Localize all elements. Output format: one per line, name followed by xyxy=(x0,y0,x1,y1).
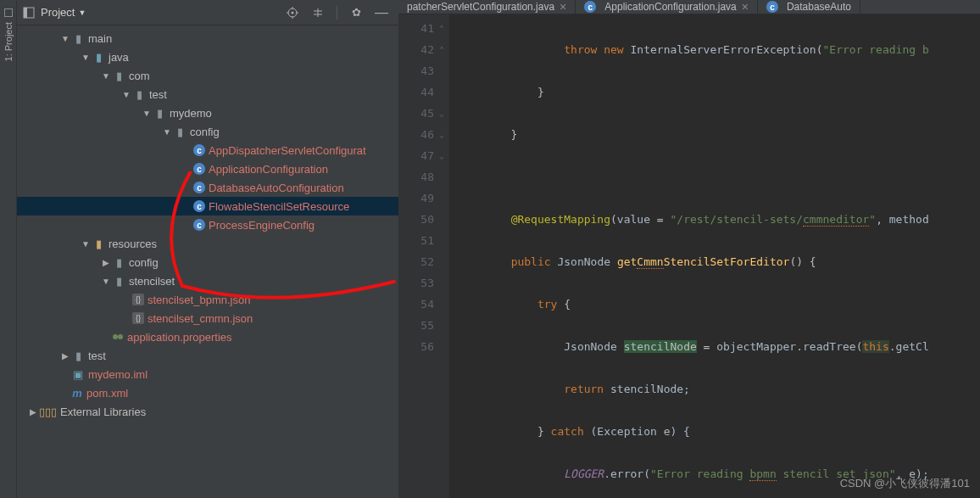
code-editor[interactable]: 41 42 43 44 45 46 47 48 49 50 51 52 53 5… xyxy=(398,14,980,498)
tree-folder-test[interactable]: ▶▮test xyxy=(17,346,398,365)
project-tool-label[interactable]: 1: Project xyxy=(3,22,14,61)
tree-folder-resources[interactable]: ▼▮resources xyxy=(17,234,398,253)
line-number: 54 xyxy=(398,294,434,315)
tree-file-iml[interactable]: ▣mydemo.iml xyxy=(17,365,398,383)
tree-package-com[interactable]: ▼▮com xyxy=(17,66,398,85)
tab-dispatcher[interactable]: patcherServletConfiguration.java× xyxy=(398,0,576,14)
chevron-down-icon: ▼ xyxy=(80,53,92,62)
gear-icon[interactable]: ✿ xyxy=(349,6,363,20)
node-label: test xyxy=(149,88,167,101)
tree-file-pom[interactable]: mpom.xml xyxy=(17,383,398,402)
tree-class-dbconfig[interactable]: cDatabaseAutoConfiguration xyxy=(17,178,398,197)
node-label: stencilset_cmmn.json xyxy=(148,312,253,325)
node-label: com xyxy=(129,70,150,82)
folder-icon: ▮ xyxy=(112,256,125,268)
code-area[interactable]: throw new InternalServerErrorException("… xyxy=(449,14,980,498)
hide-icon[interactable]: — xyxy=(375,6,388,20)
class-icon: c xyxy=(584,1,596,13)
libraries-icon: ▯▯▯ xyxy=(39,406,57,418)
code-line: } catch (Exception e) { xyxy=(458,421,980,442)
chevron-down-icon: ▼ xyxy=(161,127,173,137)
fold-start-icon[interactable]: ⌄ xyxy=(436,145,448,166)
tree-file-cmmn-json[interactable]: {}stencilset_cmmn.json xyxy=(17,309,398,327)
class-icon: c xyxy=(193,163,205,175)
package-icon: ▮ xyxy=(112,70,125,81)
tree-file-bpmn-json[interactable]: {}stencilset_bpmn.json xyxy=(17,290,398,309)
node-label: pom.xml xyxy=(86,387,128,400)
code-line xyxy=(458,166,980,187)
fold-start-icon[interactable]: ⌄ xyxy=(436,103,448,124)
node-label: AppDispatcherServletConfigurat xyxy=(209,144,366,157)
tree-folder-stencilset[interactable]: ▼▮stencilset xyxy=(17,271,398,290)
locate-icon[interactable] xyxy=(286,6,299,20)
tree-class-appconfig[interactable]: cApplicationConfiguration xyxy=(17,159,398,178)
fold-end-icon[interactable]: ⌃ xyxy=(436,39,448,60)
tree-class-procengine[interactable]: cProcessEngineConfig xyxy=(17,215,398,234)
tree-folder-res-config[interactable]: ▶▮config xyxy=(17,253,398,271)
editor-tabs: patcherServletConfiguration.java× cAppli… xyxy=(398,0,980,14)
tree-class-stencilresource[interactable]: cFlowableStencilSetResource xyxy=(17,197,398,215)
chevron-down-icon: ▼ xyxy=(120,90,132,99)
collapse-icon[interactable] xyxy=(311,6,325,20)
code-line: JsonNode stencilNode = objectMapper.read… xyxy=(458,336,980,357)
node-label: FlowableStencilSetResource xyxy=(209,200,349,213)
project-dropdown[interactable]: Project ▼ xyxy=(41,6,86,19)
node-label: stencilset_bpmn.json xyxy=(148,294,250,306)
fold-end-icon[interactable]: ⌃ xyxy=(436,18,448,39)
tree-folder-java[interactable]: ▼▮java xyxy=(17,48,398,66)
folder-icon: ▮ xyxy=(112,275,125,287)
tree-file-appprops[interactable]: application.properties xyxy=(17,327,398,346)
chevron-down-icon: ▼ xyxy=(80,239,92,249)
tool-marker-icon xyxy=(4,8,13,17)
tab-label: DatabaseAuto xyxy=(787,1,851,13)
class-icon: c xyxy=(193,200,205,212)
fold-start-icon[interactable]: ⌄ xyxy=(436,124,448,145)
tab-label: patcherServletConfiguration.java xyxy=(407,1,554,13)
node-label: main xyxy=(88,32,112,45)
fold-column[interactable]: ⌃ ⌃ ⌄ ⌄ ⌄ xyxy=(436,18,448,166)
line-number: 44 xyxy=(398,81,434,103)
folder-icon: ▮ xyxy=(71,350,85,361)
chevron-down-icon: ▼ xyxy=(100,277,112,286)
project-view-icon[interactable] xyxy=(22,6,36,20)
chevron-right-icon: ▶ xyxy=(59,351,71,361)
tool-window-bar[interactable]: 1: Project xyxy=(0,0,17,498)
tab-label: ApplicationConfiguration.java xyxy=(604,1,736,13)
svg-point-11 xyxy=(113,334,118,339)
node-label: mydemo.iml xyxy=(88,368,148,381)
close-icon[interactable]: × xyxy=(742,0,749,14)
line-number: 53 xyxy=(398,272,434,294)
line-number: 43 xyxy=(398,60,434,81)
gutter[interactable]: 41 42 43 44 45 46 47 48 49 50 51 52 53 5… xyxy=(398,14,449,498)
line-number: 49 xyxy=(398,187,434,209)
chevron-down-icon: ▼ xyxy=(141,109,153,118)
json-file-icon: {} xyxy=(132,312,144,324)
project-tree[interactable]: ▼▮main ▼▮java ▼▮com ▼▮test ▼▮mydemo ▼▮co… xyxy=(17,25,398,498)
tree-class-appdispatcher[interactable]: cAppDispatcherServletConfigurat xyxy=(17,141,398,159)
class-icon: c xyxy=(193,219,205,231)
node-label: application.properties xyxy=(127,331,232,344)
project-toolbar: Project ▼ ✿ — xyxy=(17,0,398,25)
chevron-down-icon: ▼ xyxy=(59,34,71,43)
tree-package-mydemo[interactable]: ▼▮mydemo xyxy=(17,104,398,122)
tree-package-test[interactable]: ▼▮test xyxy=(17,85,398,104)
tree-external-libs[interactable]: ▶▯▯▯External Libraries xyxy=(17,402,398,421)
tab-appconfig[interactable]: cApplicationConfiguration.java× xyxy=(576,0,758,14)
code-line: public JsonNode getCmmnStencilSetForEdit… xyxy=(458,251,980,272)
tree-folder-main[interactable]: ▼▮main xyxy=(17,29,398,48)
class-icon: c xyxy=(193,182,205,193)
tree-package-config[interactable]: ▼▮config xyxy=(17,122,398,141)
folder-icon: ▮ xyxy=(71,32,85,44)
code-line: return stencilNode; xyxy=(458,378,980,400)
line-number: 46 xyxy=(398,124,434,145)
close-icon[interactable]: × xyxy=(560,0,566,14)
chevron-right-icon: ▶ xyxy=(100,258,112,267)
line-number: 47 xyxy=(398,145,434,166)
chevron-down-icon: ▼ xyxy=(100,71,112,81)
code-line: try { xyxy=(458,294,980,315)
node-label: test xyxy=(88,350,106,362)
line-number: 50 xyxy=(398,209,434,230)
code-line: } xyxy=(458,81,980,103)
tab-dbauto[interactable]: cDatabaseAuto xyxy=(758,0,860,14)
package-icon: ▮ xyxy=(153,107,166,119)
